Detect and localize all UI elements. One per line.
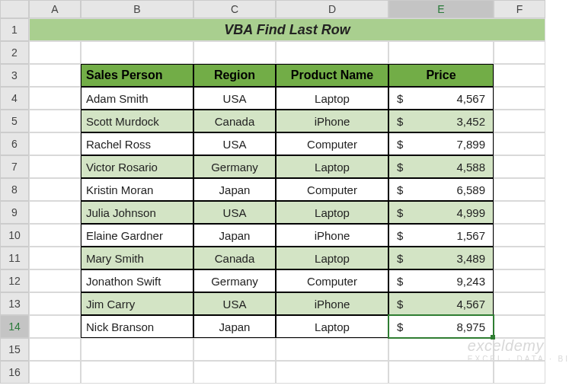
header-price[interactable]: Price bbox=[388, 64, 494, 87]
col-header-e[interactable]: E bbox=[388, 0, 494, 18]
cell-region-11[interactable]: Canada bbox=[193, 247, 276, 269]
cell-b2[interactable] bbox=[81, 41, 193, 64]
cell-price-8[interactable]: $6,589 bbox=[388, 178, 494, 201]
col-header-f[interactable]: F bbox=[494, 0, 545, 18]
cell-f16[interactable] bbox=[494, 361, 545, 384]
cell-a7[interactable] bbox=[29, 155, 81, 178]
row-header-9[interactable]: 9 bbox=[0, 201, 29, 224]
cell-price-9[interactable]: $4,999 bbox=[388, 201, 494, 224]
cell-sales-person-11[interactable]: Mary Smith bbox=[81, 247, 193, 269]
cell-a15[interactable] bbox=[29, 338, 81, 361]
cell-a10[interactable] bbox=[29, 224, 81, 247]
cell-c2[interactable] bbox=[193, 41, 276, 64]
cell-f3[interactable] bbox=[494, 64, 545, 87]
cell-d15[interactable] bbox=[276, 338, 388, 361]
cell-b15[interactable] bbox=[81, 338, 193, 361]
cell-price-13[interactable]: $4,567 bbox=[388, 292, 494, 315]
cell-price-5[interactable]: $3,452 bbox=[388, 110, 494, 132]
row-header-1[interactable]: 1 bbox=[0, 18, 29, 41]
col-header-c[interactable]: C bbox=[193, 0, 276, 18]
cell-e16[interactable] bbox=[388, 361, 494, 384]
header-sales-person[interactable]: Sales Person bbox=[81, 64, 193, 87]
row-header-5[interactable]: 5 bbox=[0, 110, 29, 132]
header-region[interactable]: Region bbox=[193, 64, 276, 87]
cell-a16[interactable] bbox=[29, 361, 81, 384]
row-header-10[interactable]: 10 bbox=[0, 224, 29, 247]
cell-price-6[interactable]: $7,899 bbox=[388, 132, 494, 155]
cell-region-14[interactable]: Japan bbox=[193, 315, 276, 338]
cell-region-8[interactable]: Japan bbox=[193, 178, 276, 201]
select-all-corner[interactable] bbox=[0, 0, 29, 18]
cell-b16[interactable] bbox=[81, 361, 193, 384]
cell-a8[interactable] bbox=[29, 178, 81, 201]
cell-f8[interactable] bbox=[494, 178, 545, 201]
cell-a6[interactable] bbox=[29, 132, 81, 155]
col-header-a[interactable]: A bbox=[29, 0, 81, 18]
cell-region-10[interactable]: Japan bbox=[193, 224, 276, 247]
cell-a11[interactable] bbox=[29, 247, 81, 269]
cell-product-6[interactable]: Computer bbox=[276, 132, 388, 155]
cell-region-9[interactable]: USA bbox=[193, 201, 276, 224]
cell-product-14[interactable]: Laptop bbox=[276, 315, 388, 338]
row-header-15[interactable]: 15 bbox=[0, 338, 29, 361]
cell-a4[interactable] bbox=[29, 87, 81, 110]
cell-a14[interactable] bbox=[29, 315, 81, 338]
cell-f5[interactable] bbox=[494, 110, 545, 132]
cell-f4[interactable] bbox=[494, 87, 545, 110]
cell-region-5[interactable]: Canada bbox=[193, 110, 276, 132]
row-header-7[interactable]: 7 bbox=[0, 155, 29, 178]
cell-f13[interactable] bbox=[494, 292, 545, 315]
col-header-b[interactable]: B bbox=[81, 0, 193, 18]
cell-product-12[interactable]: Computer bbox=[276, 269, 388, 292]
cell-a12[interactable] bbox=[29, 269, 81, 292]
cell-product-5[interactable]: iPhone bbox=[276, 110, 388, 132]
cell-a2[interactable] bbox=[29, 41, 81, 64]
cell-sales-person-8[interactable]: Kristin Moran bbox=[81, 178, 193, 201]
row-header-13[interactable]: 13 bbox=[0, 292, 29, 315]
row-header-8[interactable]: 8 bbox=[0, 178, 29, 201]
cell-e15[interactable] bbox=[388, 338, 494, 361]
cell-d2[interactable] bbox=[276, 41, 388, 64]
cell-product-7[interactable]: Laptop bbox=[276, 155, 388, 178]
cell-product-8[interactable]: Computer bbox=[276, 178, 388, 201]
cell-a3[interactable] bbox=[29, 64, 81, 87]
cell-region-12[interactable]: Germany bbox=[193, 269, 276, 292]
cell-sales-person-9[interactable]: Julia Johnson bbox=[81, 201, 193, 224]
cell-product-13[interactable]: iPhone bbox=[276, 292, 388, 315]
cell-product-10[interactable]: iPhone bbox=[276, 224, 388, 247]
row-header-16[interactable]: 16 bbox=[0, 361, 29, 384]
cell-price-14[interactable]: $8,975 bbox=[388, 315, 494, 338]
cell-sales-person-14[interactable]: Nick Branson bbox=[81, 315, 193, 338]
header-product-name[interactable]: Product Name bbox=[276, 64, 388, 87]
cell-c16[interactable] bbox=[193, 361, 276, 384]
cell-product-9[interactable]: Laptop bbox=[276, 201, 388, 224]
cell-sales-person-12[interactable]: Jonathon Swift bbox=[81, 269, 193, 292]
cell-sales-person-6[interactable]: Rachel Ross bbox=[81, 132, 193, 155]
cell-price-12[interactable]: $9,243 bbox=[388, 269, 494, 292]
cell-d16[interactable] bbox=[276, 361, 388, 384]
cell-sales-person-13[interactable]: Jim Carry bbox=[81, 292, 193, 315]
row-header-3[interactable]: 3 bbox=[0, 64, 29, 87]
cell-f7[interactable] bbox=[494, 155, 545, 178]
cell-f14[interactable] bbox=[494, 315, 545, 338]
cell-region-7[interactable]: Germany bbox=[193, 155, 276, 178]
cell-sales-person-5[interactable]: Scott Murdock bbox=[81, 110, 193, 132]
cell-a9[interactable] bbox=[29, 201, 81, 224]
cell-f2[interactable] bbox=[494, 41, 545, 64]
col-header-d[interactable]: D bbox=[276, 0, 388, 18]
row-header-4[interactable]: 4 bbox=[0, 87, 29, 110]
cell-product-11[interactable]: Laptop bbox=[276, 247, 388, 269]
row-header-14[interactable]: 14 bbox=[0, 315, 29, 338]
title-cell[interactable]: VBA Find Last Row bbox=[29, 18, 545, 41]
cell-sales-person-4[interactable]: Adam Smith bbox=[81, 87, 193, 110]
cell-price-7[interactable]: $4,588 bbox=[388, 155, 494, 178]
cell-f6[interactable] bbox=[494, 132, 545, 155]
cell-f10[interactable] bbox=[494, 224, 545, 247]
cell-region-4[interactable]: USA bbox=[193, 87, 276, 110]
cell-price-4[interactable]: $4,567 bbox=[388, 87, 494, 110]
cell-a5[interactable] bbox=[29, 110, 81, 132]
cell-c15[interactable] bbox=[193, 338, 276, 361]
row-header-6[interactable]: 6 bbox=[0, 132, 29, 155]
cell-price-10[interactable]: $1,567 bbox=[388, 224, 494, 247]
cell-price-11[interactable]: $3,489 bbox=[388, 247, 494, 269]
